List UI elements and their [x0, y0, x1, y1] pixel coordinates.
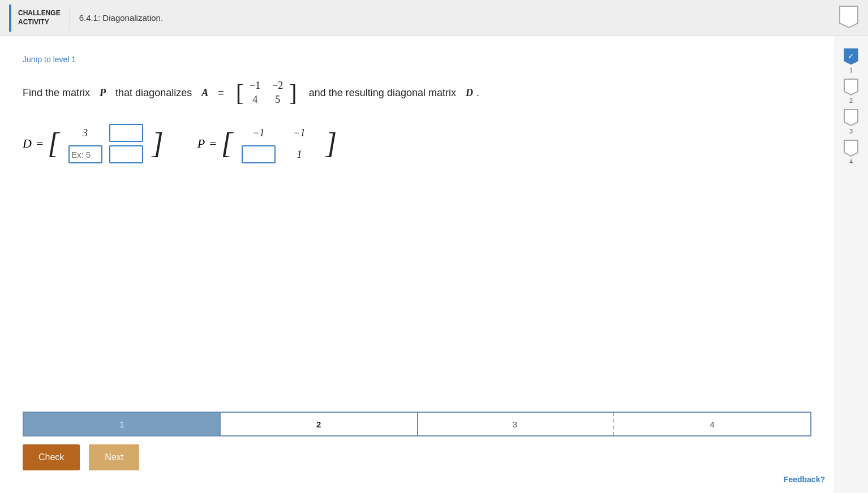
p-right-bracket: ]: [325, 129, 337, 158]
a-r2c2: 5: [271, 94, 285, 106]
header-accent-bar: [9, 5, 11, 32]
right-sidebar: ✓ 1 2 3 4: [834, 36, 868, 493]
svg-text:✓: ✓: [848, 51, 854, 60]
feedback-link[interactable]: Feedback?: [784, 475, 825, 484]
d-left-bracket: [: [48, 129, 59, 158]
header: CHALLENGE ACTIVITY 6.4.1: Diagonalizatio…: [0, 0, 868, 36]
a-r2c1: 4: [248, 94, 262, 106]
p-r1c1-value: −1: [242, 124, 276, 142]
page-title: 6.4.1: Diagonalization.: [79, 13, 163, 23]
progress-segment-1[interactable]: 1: [24, 413, 221, 435]
a-matrix-grid: −1 −2 4 5: [244, 77, 289, 108]
main-layout: Jump to level 1 Find the matrix P that d…: [0, 36, 868, 493]
header-badge-icon: [839, 5, 859, 29]
svg-marker-5: [844, 140, 858, 156]
challenge-activity-label: CHALLENGE ACTIVITY: [18, 9, 61, 27]
p-r2c2-value: 1: [282, 145, 316, 163]
p-matrix-inputs: −1 −1 1: [237, 122, 321, 166]
level-3-badge-icon: [843, 109, 859, 127]
p-equation: P = [ −1 −1 1 ]: [197, 122, 337, 166]
header-divider: [70, 7, 70, 29]
p-variable: P: [100, 87, 106, 99]
sidebar-level-4[interactable]: 4: [843, 139, 859, 165]
svg-marker-3: [844, 79, 858, 95]
sidebar-level-3[interactable]: 3: [843, 109, 859, 135]
p-r2c1-input[interactable]: [242, 145, 276, 163]
sidebar-level-2[interactable]: 2: [843, 78, 859, 104]
d-r2c1-spinner[interactable]: [68, 145, 102, 163]
level-2-num: 2: [849, 97, 853, 104]
progress-segment-4[interactable]: 4: [614, 413, 810, 435]
equations-row: D = [ 3 ] P = [: [23, 122, 811, 166]
d-variable-header: D: [466, 87, 473, 99]
d-label: D: [23, 136, 32, 151]
progress-segment-3[interactable]: 3: [417, 413, 615, 435]
d-r1c2-input[interactable]: [109, 124, 143, 142]
sidebar-level-1[interactable]: ✓ 1: [843, 47, 859, 73]
p-label: P: [197, 136, 205, 151]
p-r1c2-value: −1: [282, 124, 316, 142]
d-equation: D = [ 3 ]: [23, 122, 164, 166]
progress-bar: 1 2 3 4: [23, 412, 811, 436]
next-button[interactable]: Next: [89, 444, 139, 470]
a-matrix: [ −1 −2 4 5 ]: [236, 77, 297, 108]
a-variable: A: [201, 87, 208, 99]
left-bracket: [: [236, 81, 244, 105]
progress-segment-2[interactable]: 2: [220, 412, 418, 436]
level-4-num: 4: [849, 158, 853, 165]
problem-statement: Find the matrix P that diagonalizes A = …: [23, 77, 811, 108]
jump-to-level-link[interactable]: Jump to level 1: [23, 55, 76, 64]
d-r2c2-input[interactable]: [109, 145, 143, 163]
buttons-row: Check Next: [23, 444, 139, 470]
p-left-bracket: [: [221, 129, 233, 158]
content-area: Jump to level 1 Find the matrix P that d…: [0, 36, 834, 493]
progress-container: 1 2 3 4: [23, 412, 811, 436]
d-matrix-inputs: 3: [64, 122, 148, 166]
a-r1c1: −1: [248, 80, 262, 92]
level-3-num: 3: [849, 128, 853, 135]
d-right-bracket: ]: [152, 129, 164, 158]
svg-marker-0: [840, 6, 858, 28]
d-r1c1-value: 3: [68, 124, 102, 142]
right-bracket: ]: [289, 81, 297, 105]
level-1-badge-icon: ✓: [843, 47, 859, 66]
level-4-badge-icon: [843, 139, 859, 157]
level-2-badge-icon: [843, 78, 859, 96]
check-button[interactable]: Check: [23, 444, 80, 470]
svg-marker-4: [844, 110, 858, 126]
level-1-num: 1: [849, 67, 853, 73]
a-r1c2: −2: [271, 80, 285, 92]
